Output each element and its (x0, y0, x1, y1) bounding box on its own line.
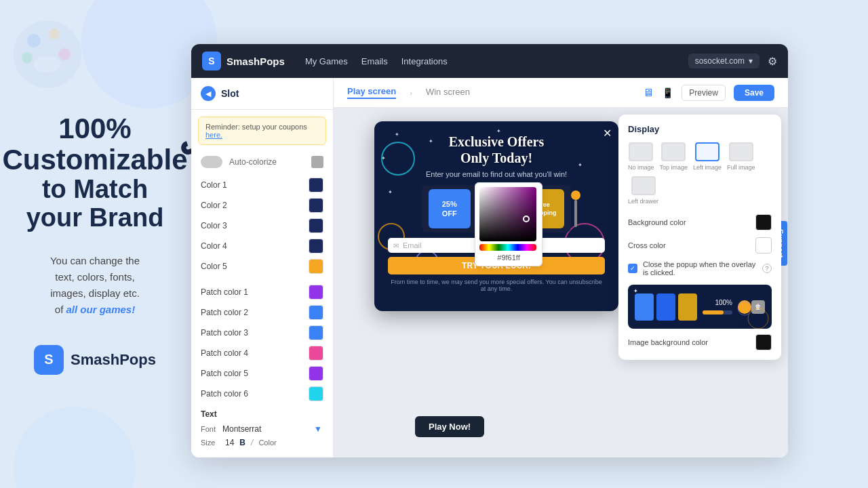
gear-icon[interactable]: ⚙ (768, 55, 777, 68)
popup-subtitle: Enter your email to find out what you'll… (426, 170, 567, 178)
bg-color-swatch[interactable] (755, 214, 772, 230)
app-window: S SmashPops My Games Emails Integrations… (191, 44, 788, 458)
auto-colorize-toggle[interactable] (201, 156, 222, 168)
color-swatch-4[interactable] (309, 239, 323, 253)
patch-color-swatch-3[interactable] (309, 325, 323, 340)
bold-button[interactable]: B (239, 438, 245, 447)
patch-color-swatch-2[interactable] (309, 305, 323, 320)
color-picker-gradient[interactable] (479, 187, 536, 241)
color-button[interactable]: Color (258, 439, 276, 447)
patch-color-label-1: Patch color 1 (201, 287, 303, 297)
text-section: Text Font Montserrat ▼ Size 14 B / Color (191, 404, 333, 453)
handle-stick (574, 200, 577, 227)
color-swatch-5[interactable] (309, 259, 323, 274)
font-row: Font Montserrat ▼ (201, 424, 323, 434)
nav-brand-text: SmashPops (226, 56, 285, 67)
slot-reel1-line1: 25% (442, 200, 457, 208)
canvas-body: #9f61ff ✦ ✦ ✦ ✦ ✦ ✦ (334, 108, 788, 458)
thumb-star: ✦ (633, 288, 638, 294)
preview-pct: 100% (703, 299, 732, 306)
reminder-link[interactable]: here. (205, 131, 222, 139)
headline-pct: 100% (2, 113, 187, 144)
gray-swatch (311, 156, 323, 168)
patch-color-swatch-1[interactable] (309, 285, 323, 300)
popup-fine-print: From time to time, we may send you more … (388, 279, 605, 292)
preview-button[interactable]: Preview (682, 85, 726, 101)
nav-account-chevron: ▾ (749, 56, 753, 66)
patch-color-row-1: Patch color 1 (191, 282, 333, 302)
slot-reel-1: 25% OFF (429, 189, 471, 228)
patch-color-swatch-6[interactable] (309, 386, 323, 401)
display-option-left-image[interactable]: Left image (693, 142, 722, 171)
canvas-tabs: Play screen › Win screen 🖥 📱 Preview Sav… (334, 78, 788, 108)
display-options: No image Top image Left image Full (628, 142, 772, 205)
email-placeholder: Email (403, 241, 422, 249)
content-area: ◀ Slot Reminder: setup your coupons here… (191, 78, 788, 458)
color-label-5: Color 5 (201, 262, 303, 271)
svg-point-1 (27, 34, 41, 47)
cross-color-swatch[interactable] (755, 237, 772, 253)
thumb-firework (731, 295, 772, 329)
color-row-2: Color 2 (191, 195, 333, 216)
nav-brand-icon: S (202, 52, 221, 70)
display-option-no-image[interactable]: No image (628, 142, 654, 171)
slot-reel1-line2: OFF (442, 209, 457, 218)
svg-point-5 (34, 56, 61, 73)
color-swatch-3[interactable] (309, 218, 323, 233)
play-now-button[interactable]: Play Now! (415, 416, 484, 437)
italic-button[interactable]: / (251, 438, 253, 447)
display-option-left-drawer[interactable]: Left drawer (628, 176, 658, 205)
canvas-tab-right: 🖥 📱 Preview Save (643, 85, 774, 101)
patch-color-swatch-5[interactable] (309, 366, 323, 381)
nav-link-integrations[interactable]: Integrations (401, 56, 448, 66)
slot-handle (571, 190, 580, 227)
image-bg-swatch[interactable] (755, 334, 772, 350)
display-option-top-image[interactable]: Top image (660, 142, 688, 171)
patch-color-row-4: Patch color 4 (191, 343, 333, 363)
display-panel-title: Display (628, 124, 772, 134)
full-image-box (729, 142, 753, 161)
nav-links: My Games Emails Integrations (305, 56, 448, 66)
patch-color-swatch-4[interactable] (309, 346, 323, 361)
color-row-3: Color 3 (191, 216, 333, 236)
nav-link-games[interactable]: My Games (305, 56, 348, 66)
overlay-checkbox[interactable]: ✓ (628, 264, 637, 273)
subtext-line1: You can change the (50, 255, 140, 266)
svg-point-7 (738, 302, 751, 315)
patch-color-label-2: Patch color 2 (201, 308, 303, 317)
color-row-4: Color 4 (191, 236, 333, 256)
top-nav: S SmashPops My Games Emails Integrations… (191, 44, 788, 78)
smashpops-logo-text: SmashPops (71, 351, 156, 369)
bg-color-row: Background color (628, 214, 772, 230)
back-button[interactable]: ◀ (201, 86, 216, 101)
nav-account[interactable]: sosocket.com ▾ (688, 54, 760, 68)
mobile-icon[interactable]: 📱 (662, 87, 673, 98)
color-label-2: Color 2 (201, 201, 303, 210)
save-button[interactable]: Save (734, 85, 774, 101)
color-swatch-2[interactable] (309, 198, 323, 213)
toggle-row: Auto-colorize (191, 152, 333, 172)
image-bg-label: Image background color (628, 338, 750, 346)
tab-play-screen[interactable]: Play screen (347, 86, 396, 99)
color-picker-hue[interactable] (479, 244, 536, 251)
tab-win-screen[interactable]: Win screen (426, 87, 470, 98)
color-swatch-1[interactable] (309, 178, 323, 192)
patch-color-label-4: Patch color 4 (201, 348, 303, 358)
color-picker[interactable]: #9f61ff (475, 182, 542, 266)
sidebar-header: ◀ Slot (191, 78, 333, 110)
desktop-icon[interactable]: 🖥 (643, 87, 654, 99)
size-label: Size (201, 439, 220, 447)
reminder-text: Reminder: setup your coupons (205, 123, 307, 131)
display-option-full-image[interactable]: Full image (727, 142, 755, 171)
text-section-label: Text (201, 409, 323, 419)
subtext-line2: text, colors, fonts, (55, 271, 135, 283)
color-row-1: Color 1 (191, 175, 333, 195)
thumb-reel-3 (678, 293, 697, 321)
nav-link-emails[interactable]: Emails (361, 56, 388, 66)
font-dropdown-icon[interactable]: ▼ (314, 424, 323, 434)
color-label-3: Color 3 (201, 221, 303, 230)
patch-color-row-2: Patch color 2 (191, 302, 333, 323)
popup-close-button[interactable]: ✕ (603, 127, 612, 140)
patch-color-row-5: Patch color 5 (191, 363, 333, 384)
subtext-highlight: all our games! (66, 304, 135, 315)
